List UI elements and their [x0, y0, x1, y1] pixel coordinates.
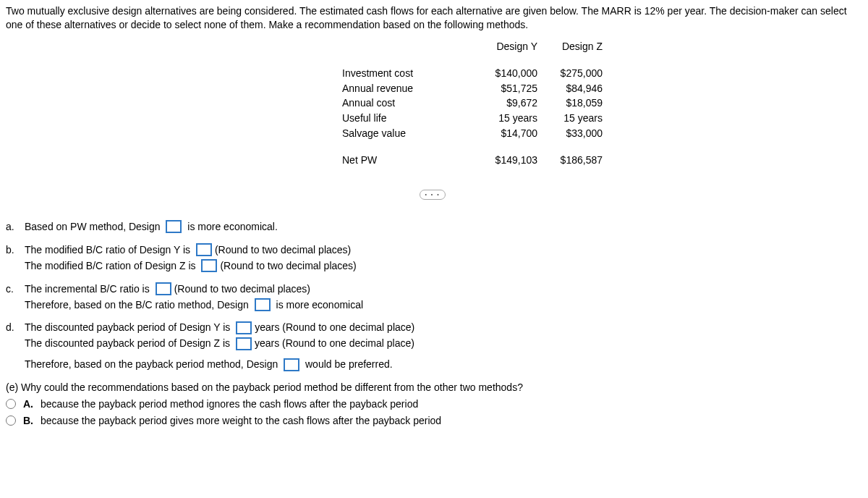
- table-row-netpw: Net PW $149,103 $186,587: [342, 153, 610, 168]
- option-b-row[interactable]: B. because the payback period gives more…: [6, 414, 862, 428]
- text: Therefore, based on the B/C ratio method…: [25, 298, 252, 312]
- table-row: Salvage value $14,700 $33,000: [342, 126, 610, 141]
- option-a-radio[interactable]: [6, 399, 16, 409]
- answer-d-payback-y[interactable]: [236, 321, 252, 334]
- question-e: (e) Why could the recommendations based …: [6, 381, 862, 428]
- question-marker: b.: [6, 243, 25, 275]
- text: years: [255, 337, 282, 350]
- cell-value: $51,725: [480, 81, 545, 96]
- row-label: Annual cost: [342, 96, 480, 111]
- problem-statement: Two mutually exclusive design alternativ…: [6, 4, 862, 32]
- row-label: Annual revenue: [342, 81, 480, 96]
- answer-b-bc-z[interactable]: [201, 259, 217, 272]
- text: The modified B/C ration of Design Z is: [25, 259, 198, 273]
- row-label: Salvage value: [342, 126, 480, 141]
- cell-value: $14,700: [480, 126, 545, 141]
- cell-value: $33,000: [545, 126, 610, 141]
- text: years: [255, 321, 282, 334]
- text: Therefore, based on the payback period m…: [25, 358, 281, 371]
- cell-value: $149,103: [480, 153, 545, 168]
- text: The modified B/C ratio of Design Y is: [25, 243, 193, 257]
- text: Based on PW method, Design: [25, 220, 163, 234]
- row-label: Net PW: [342, 153, 480, 168]
- col-header-z: Design Z: [545, 39, 610, 54]
- more-icon[interactable]: • • •: [420, 190, 446, 200]
- question-marker: c.: [6, 282, 25, 314]
- question-marker: a.: [6, 220, 25, 236]
- row-label: Investment cost: [342, 66, 480, 81]
- hint: (Round to one decimal place): [282, 337, 414, 350]
- option-a-row[interactable]: A. because the payback period method ign…: [6, 397, 862, 411]
- text: The incremental B/C ratio is: [25, 282, 153, 296]
- question-marker: d.: [6, 321, 25, 374]
- text: would be preferred.: [302, 358, 393, 371]
- question-b: b. The modified B/C ratio of Design Y is…: [6, 243, 862, 275]
- answer-a-design[interactable]: [166, 220, 182, 233]
- text: is more economical.: [184, 220, 277, 234]
- table-row: Investment cost $140,000 $275,000: [342, 66, 610, 81]
- answer-d-design[interactable]: [284, 358, 299, 371]
- cell-value: $9,672: [480, 96, 545, 111]
- table-row: Annual cost $9,672 $18,059: [342, 96, 610, 111]
- cell-value: $18,059: [545, 96, 610, 111]
- cell-value: $140,000: [480, 66, 545, 81]
- hint: (Round to two decimal places): [174, 282, 310, 296]
- cell-value: 15 years: [545, 111, 610, 126]
- option-letter: B.: [23, 414, 33, 428]
- option-text: because the payback period method ignore…: [41, 397, 418, 411]
- answer-b-bc-y[interactable]: [196, 243, 212, 256]
- cell-value: $186,587: [545, 153, 610, 168]
- option-b-radio[interactable]: [6, 415, 16, 426]
- option-text: because the payback period gives more we…: [41, 414, 441, 428]
- data-table-wrap: Design Y Design Z Investment cost $140,0…: [342, 39, 862, 168]
- hint: (Round to one decimal place): [282, 321, 414, 334]
- answer-d-payback-z[interactable]: [236, 337, 252, 350]
- answer-c-design[interactable]: [255, 298, 271, 311]
- cashflow-table: Design Y Design Z Investment cost $140,0…: [342, 39, 610, 168]
- question-d: d. The discounted payback period of Desi…: [6, 321, 862, 374]
- col-header-y: Design Y: [480, 39, 545, 54]
- cell-value: $84,946: [545, 81, 610, 96]
- question-c: c. The incremental B/C ratio is (Round t…: [6, 282, 862, 314]
- text: is more economical: [273, 298, 364, 312]
- cell-value: 15 years: [480, 111, 545, 126]
- text: The discounted payback period of Design …: [25, 337, 233, 350]
- question-e-prompt: (e) Why could the recommendations based …: [6, 381, 862, 394]
- answer-c-incremental-bc[interactable]: [156, 282, 171, 295]
- text: The discounted payback period of Design …: [25, 321, 233, 334]
- question-a: a. Based on PW method, Design is more ec…: [6, 220, 862, 236]
- hint: (Round to two decimal places): [215, 243, 351, 257]
- cell-value: $275,000: [545, 66, 610, 81]
- option-letter: A.: [23, 397, 33, 411]
- table-row: Annual revenue $51,725 $84,946: [342, 81, 610, 96]
- table-row: Useful life 15 years 15 years: [342, 111, 610, 126]
- row-label: Useful life: [342, 111, 480, 126]
- hint: (Round to two decimal places): [220, 259, 356, 273]
